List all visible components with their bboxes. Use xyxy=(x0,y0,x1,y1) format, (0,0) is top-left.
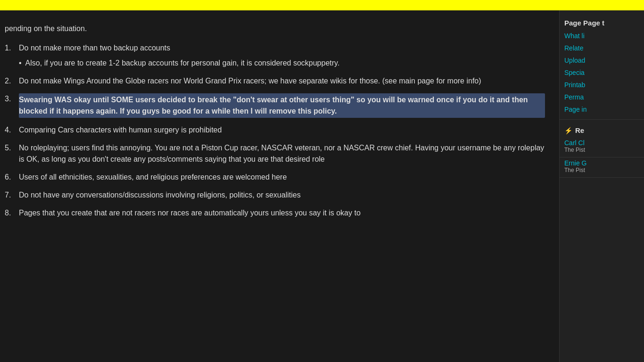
rule-text-4: Comparing Cars characters with human sur… xyxy=(19,124,222,136)
rule-text-8: Pages that you create that are not racer… xyxy=(19,207,361,219)
top-bar xyxy=(0,0,644,10)
sidebar-article-ernie: Ernie G The Pist xyxy=(560,157,644,178)
rule-text-7: Do not have any conversations/discussion… xyxy=(19,189,301,201)
sidebar-link-permanent[interactable]: Perma xyxy=(560,91,644,103)
rule-text-3-highlighted: Swearing WAS okay until SOME users decid… xyxy=(19,93,545,118)
sidebar-article-carl-link[interactable]: Carl Cl xyxy=(564,139,639,147)
sidebar-link-special[interactable]: Specia xyxy=(560,66,644,79)
recent-label: Re xyxy=(575,126,584,134)
rule-number-1: 1. xyxy=(5,42,14,69)
rule-item-2: 2. Do not make Wings Around the Globe ra… xyxy=(5,75,545,87)
sidebar-article-carl-sub: The Pist xyxy=(564,147,639,153)
page-tools-title: Page Page t xyxy=(560,15,644,30)
sidebar-article-ernie-sub: The Pist xyxy=(564,167,639,173)
main-content: pending on the situation. 1. Do not make… xyxy=(0,10,559,362)
rule-number-8: 8. xyxy=(5,207,14,219)
sub-item-1-1: • Also, if you are to create 1-2 backup … xyxy=(19,58,339,69)
rule-sublist-1: • Also, if you are to create 1-2 backup … xyxy=(19,58,339,69)
sidebar-link-upload[interactable]: Upload xyxy=(560,54,644,66)
rule-text-5: No roleplaying; users find this annoying… xyxy=(19,142,545,165)
rules-list: 1. Do not make more than two backup acco… xyxy=(5,42,545,219)
rule-item-5: 5. No roleplaying; users find this annoy… xyxy=(5,142,545,165)
rule-item-7: 7. Do not have any conversations/discuss… xyxy=(5,189,545,201)
sidebar-link-printable[interactable]: Printab xyxy=(560,79,644,91)
rule-text-6: Users of all ethnicities, sexualities, a… xyxy=(19,172,287,183)
rule-item-4: 4. Comparing Cars characters with human … xyxy=(5,124,545,136)
rule-number-3: 3. xyxy=(5,93,14,118)
right-sidebar: Page Page t What li Relate Upload Specia… xyxy=(559,10,644,362)
rule-text-2: Do not make Wings Around the Globe racer… xyxy=(19,75,481,87)
recent-icon: ⚡ xyxy=(564,127,572,134)
sidebar-article-carl: Carl Cl The Pist xyxy=(560,137,644,157)
rule-item-3: 3. Swearing WAS okay until SOME users de… xyxy=(5,93,545,118)
rule-number-4: 4. xyxy=(5,124,14,136)
sidebar-divider xyxy=(560,119,644,120)
sidebar-link-page-in[interactable]: Page in xyxy=(560,103,644,115)
rule-item-8: 8. Pages that you create that are not ra… xyxy=(5,207,545,219)
rule-number-7: 7. xyxy=(5,189,14,201)
sidebar-link-what[interactable]: What li xyxy=(560,30,644,42)
rule-number-2: 2. xyxy=(5,75,14,87)
rule-number-6: 6. xyxy=(5,172,14,183)
intro-text: pending on the situation. xyxy=(5,25,545,33)
rule-item-1: 1. Do not make more than two backup acco… xyxy=(5,42,545,69)
sidebar-recent-title: ⚡ Re xyxy=(560,123,644,137)
sidebar-link-related[interactable]: Relate xyxy=(560,42,644,54)
rule-item-6: 6. Users of all ethnicities, sexualities… xyxy=(5,172,545,183)
sidebar-article-ernie-link[interactable]: Ernie G xyxy=(564,159,639,167)
rule-number-5: 5. xyxy=(5,142,14,165)
rule-text-1: Do not make more than two backup account… xyxy=(19,42,339,69)
